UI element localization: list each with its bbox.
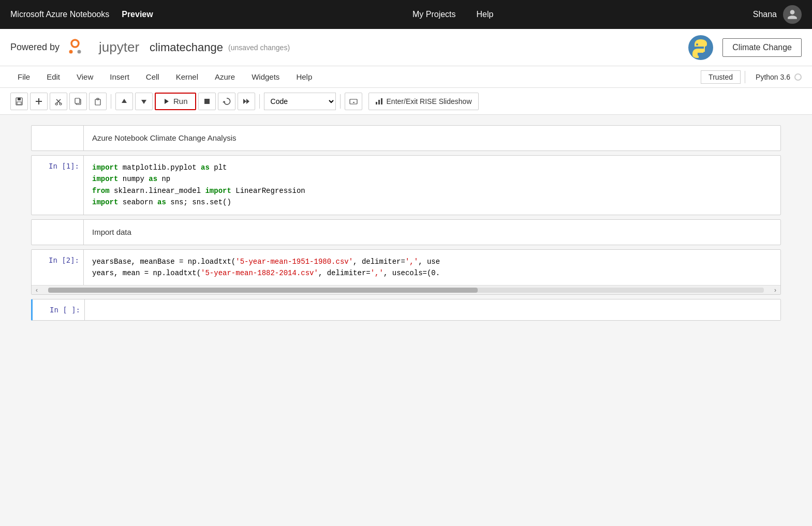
- svg-rect-16: [75, 98, 80, 103]
- scrollbar-thumb[interactable]: [48, 288, 478, 293]
- svg-marker-23: [223, 101, 226, 102]
- menu-widgets[interactable]: Widgets: [244, 69, 287, 84]
- cell-3-text: Import data: [92, 228, 131, 236]
- save-button[interactable]: [10, 93, 28, 110]
- svg-rect-26: [350, 99, 357, 104]
- cell-5-content[interactable]: [84, 299, 780, 320]
- svg-marker-24: [243, 99, 246, 104]
- svg-point-1: [69, 50, 73, 53]
- cell-imports[interactable]: In [1]: import matplotlib.pyplot as plt …: [31, 155, 781, 215]
- copy-button[interactable]: [69, 93, 87, 110]
- toolbar-separator-3: [340, 94, 341, 109]
- save-icon: [15, 97, 23, 106]
- jupyter-logo: [64, 36, 86, 59]
- paste-button[interactable]: [89, 93, 107, 110]
- code-line-3: from sklearn.linear_model import LinearR…: [92, 185, 772, 197]
- fast-forward-icon: [242, 97, 250, 106]
- svg-marker-21: [165, 99, 169, 104]
- toolbar: Run Code Markdown Raw NBConvert Enter/Ex…: [0, 88, 812, 115]
- add-cell-button[interactable]: [30, 93, 48, 110]
- topnav-user: Shana: [753, 5, 802, 24]
- notebook-area: Azure Notebook Climate Change Analysis I…: [0, 115, 812, 526]
- cell-4-label: In [2]:: [32, 250, 83, 285]
- cell-3-content: Import data: [83, 220, 780, 245]
- menu-azure[interactable]: Azure: [208, 69, 242, 84]
- menu-file[interactable]: File: [10, 69, 37, 84]
- project-button[interactable]: Climate Change: [722, 38, 802, 57]
- svg-marker-25: [246, 99, 249, 104]
- copy-icon: [74, 97, 82, 106]
- plus-icon: [35, 97, 43, 106]
- jupyter-bar-right: Climate Change: [687, 34, 802, 61]
- code-line-2: import numpy as np: [92, 173, 772, 185]
- toolbar-separator-1: [111, 94, 111, 109]
- stop-button[interactable]: [198, 93, 216, 110]
- svg-rect-7: [18, 98, 21, 100]
- topnav: Microsoft Azure Notebooks Preview My Pro…: [0, 0, 812, 29]
- keyboard-icon: [349, 97, 358, 106]
- svg-rect-22: [204, 99, 210, 104]
- nav-my-projects[interactable]: My Projects: [412, 10, 456, 19]
- menubar: File Edit View Insert Cell Kernel Azure …: [0, 66, 812, 88]
- avatar[interactable]: [783, 5, 802, 24]
- keyboard-shortcuts-button[interactable]: [345, 93, 362, 110]
- trusted-button[interactable]: Trusted: [701, 70, 741, 84]
- menu-help[interactable]: Help: [289, 69, 319, 84]
- menu-edit[interactable]: Edit: [39, 69, 67, 84]
- rise-label: Enter/Exit RISE Slideshow: [387, 97, 472, 106]
- cell-type-select[interactable]: Code Markdown Raw NBConvert: [264, 93, 336, 110]
- paste-icon: [94, 97, 102, 106]
- scroll-left-arrow[interactable]: ‹: [36, 287, 38, 294]
- run-icon: [163, 98, 170, 105]
- move-up-button[interactable]: [115, 93, 133, 110]
- brand-text: Microsoft Azure Notebooks: [10, 10, 109, 19]
- arrow-down-icon: [140, 98, 147, 105]
- code-line-4: import seaborn as sns; sns.set(): [92, 197, 772, 208]
- rise-slideshow-button[interactable]: Enter/Exit RISE Slideshow: [368, 93, 479, 110]
- bar-chart-icon: [375, 98, 383, 105]
- cell-import-data-label[interactable]: Import data: [31, 219, 781, 245]
- toolbar-separator-2: [259, 94, 260, 109]
- loadtxt-line-1: yearsBase, meanBase = np.loadtxt('5-year…: [92, 256, 772, 267]
- scrollbar-track[interactable]: [48, 288, 764, 293]
- notebook-title: climatechange: [150, 41, 223, 54]
- powered-by-text: Powered by: [10, 42, 60, 53]
- kernel-name: Python 3.6: [756, 73, 790, 81]
- cell-loadtxt[interactable]: In [2]: yearsBase, meanBase = np.loadtxt…: [31, 249, 781, 295]
- svg-point-5: [703, 52, 705, 54]
- cell-3-label: [32, 220, 83, 245]
- restart-icon: [223, 97, 231, 106]
- unsaved-indicator: (unsaved changes): [228, 43, 290, 52]
- move-down-button[interactable]: [135, 93, 153, 110]
- svg-rect-35: [378, 100, 380, 104]
- scroll-right-arrow[interactable]: ›: [774, 287, 776, 294]
- cell-4-scrollbar[interactable]: ‹ ›: [32, 285, 780, 294]
- run-button[interactable]: Run: [155, 93, 196, 110]
- menu-separator: [745, 71, 745, 83]
- jupyter-wordmark: jupyter: [99, 39, 139, 55]
- menu-view[interactable]: View: [69, 69, 100, 84]
- run-all-button[interactable]: [238, 93, 255, 110]
- jupyter-bar: Powered by jupyter climatechange (unsave…: [0, 29, 812, 66]
- svg-rect-17: [95, 99, 100, 105]
- svg-rect-34: [376, 102, 377, 104]
- svg-point-4: [696, 43, 698, 46]
- cell-empty-active[interactable]: In [ ]:: [31, 299, 781, 321]
- topnav-links: My Projects Help: [412, 10, 493, 19]
- code-line-1: import matplotlib.pyplot as plt: [92, 162, 772, 173]
- menu-kernel[interactable]: Kernel: [169, 69, 205, 84]
- cell-title[interactable]: Azure Notebook Climate Change Analysis: [31, 125, 781, 151]
- cell-1-text: Azure Notebook Climate Change Analysis: [92, 133, 236, 142]
- menu-cell[interactable]: Cell: [139, 69, 167, 84]
- svg-point-3: [688, 35, 713, 60]
- cell-2-content: import matplotlib.pyplot as plt import n…: [83, 156, 780, 215]
- preview-text: Preview: [122, 10, 153, 19]
- svg-marker-20: [141, 100, 146, 104]
- python-icon: [687, 34, 714, 61]
- cell-1-content: Azure Notebook Climate Change Analysis: [83, 126, 780, 151]
- menu-insert[interactable]: Insert: [102, 69, 137, 84]
- restart-button[interactable]: [218, 93, 235, 110]
- nav-help[interactable]: Help: [477, 10, 494, 19]
- svg-point-2: [78, 50, 81, 53]
- cut-button[interactable]: [50, 93, 67, 110]
